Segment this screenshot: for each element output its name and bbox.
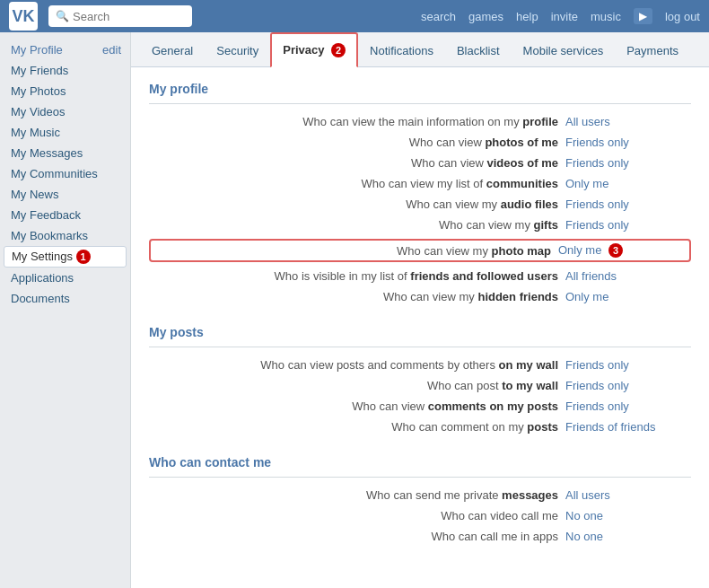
privacy-row-messages: Who can send me private messages All use… — [149, 488, 691, 502]
privacy-label-gifts: Who can view my gifts — [149, 218, 558, 232]
sidebar-item-settings[interactable]: My Settings 1 — [4, 246, 127, 268]
sidebar-item-photos[interactable]: My Photos — [0, 81, 130, 101]
section-my-profile: My profile Who can view the main informa… — [149, 82, 691, 303]
privacy-value-hidden-friends[interactable]: Only me — [565, 290, 691, 303]
privacy-row-comments-on-posts: Who can view comments on my posts Friend… — [149, 399, 691, 413]
logout-link[interactable]: log out — [665, 10, 700, 23]
tab-mobile-services[interactable]: Mobile services — [512, 34, 616, 66]
search-icon: 🔍 — [56, 10, 69, 22]
sidebar-item-applications[interactable]: Applications — [0, 268, 130, 288]
more-button[interactable]: ▶ — [634, 8, 652, 24]
tab-payments[interactable]: Payments — [615, 34, 690, 66]
nav-help[interactable]: help — [516, 10, 538, 23]
section-contact-title: Who can contact me — [149, 455, 691, 478]
search-input[interactable] — [73, 10, 185, 23]
privacy-label-main-info: Who can view the main information on my … — [149, 115, 558, 128]
privacy-row-video-call: Who can video call me No one — [149, 509, 691, 522]
nav-invite[interactable]: invite — [551, 10, 578, 23]
sidebar-item-feedback[interactable]: My Feedback — [0, 205, 130, 225]
search-box[interactable]: 🔍 — [48, 5, 192, 27]
tabs-bar: General Security Privacy 2 Notifications… — [131, 32, 709, 67]
privacy-value-wall-posts[interactable]: Friends only — [565, 358, 691, 372]
privacy-page-content: My profile Who can view the main informa… — [131, 67, 709, 579]
tab-general[interactable]: General — [140, 34, 205, 66]
privacy-row-gifts: Who can view my gifts Friends only — [149, 218, 691, 232]
privacy-value-videos[interactable]: Friends only — [565, 156, 691, 170]
header-nav: search games help invite music ▶ log out — [421, 8, 700, 24]
section-contact: Who can contact me Who can send me priva… — [149, 455, 691, 543]
sidebar-profile-header: My Profile edit — [0, 39, 130, 60]
nav-search[interactable]: search — [421, 10, 456, 23]
privacy-value-photos[interactable]: Friends only — [565, 136, 691, 149]
privacy-value-comment-on-posts[interactable]: Friends of friends — [565, 420, 691, 434]
sidebar-item-documents[interactable]: Documents — [0, 288, 130, 309]
privacy-row-comment-on-posts: Who can comment on my posts Friends of f… — [149, 420, 691, 434]
privacy-label-friends-list: Who is visible in my list of friends and… — [149, 269, 558, 283]
privacy-value-comments-on-posts[interactable]: Friends only — [565, 399, 691, 413]
privacy-value-messages[interactable]: All users — [565, 488, 691, 502]
sidebar-item-videos[interactable]: My Videos — [0, 101, 130, 122]
sidebar-edit-link[interactable]: edit — [102, 43, 121, 57]
privacy-label-messages: Who can send me private messages — [149, 488, 558, 502]
privacy-value-photo-map[interactable]: Only me 3 — [558, 243, 684, 258]
sidebar-myprofile-label[interactable]: My Profile — [11, 43, 63, 57]
privacy-label-photo-map: Who can view my photo map — [156, 244, 551, 258]
annotation-3-badge: 3 — [608, 243, 623, 258]
privacy-value-communities[interactable]: Only me — [565, 177, 691, 190]
sidebar-item-communities[interactable]: My Communities — [0, 163, 130, 184]
privacy-row-communities: Who can view my list of communities Only… — [149, 177, 691, 190]
nav-music[interactable]: music — [591, 10, 621, 23]
privacy-label-photos: Who can view photos of me — [149, 136, 558, 149]
privacy-row-main-info: Who can view the main information on my … — [149, 115, 691, 128]
privacy-label-wall-posts: Who can view posts and comments by other… — [149, 358, 558, 372]
privacy-row-hidden-friends: Who can view my hidden friends Only me — [149, 290, 691, 303]
privacy-row-photo-map: Who can view my photo map Only me 3 — [149, 239, 691, 262]
sidebar: My Profile edit My Friends My Photos My … — [0, 32, 130, 588]
privacy-row-audio: Who can view my audio files Friends only — [149, 197, 691, 211]
privacy-label-communities: Who can view my list of communities — [149, 177, 558, 190]
header: VK 🔍 search games help invite music ▶ lo… — [0, 0, 709, 32]
privacy-value-call-apps[interactable]: No one — [565, 530, 691, 543]
section-my-posts: My posts Who can view posts and comments… — [149, 325, 691, 434]
sidebar-item-music[interactable]: My Music — [0, 122, 130, 143]
sidebar-item-friends[interactable]: My Friends — [0, 60, 130, 81]
sidebar-item-messages[interactable]: My Messages — [0, 143, 130, 163]
annotation-2-badge: 2 — [331, 43, 346, 57]
privacy-value-video-call[interactable]: No one — [565, 509, 691, 522]
content-area: General Security Privacy 2 Notifications… — [130, 32, 709, 588]
privacy-value-main-info[interactable]: All users — [565, 115, 691, 128]
privacy-label-comments-on-posts: Who can view comments on my posts — [149, 399, 558, 413]
privacy-row-wall-posts: Who can view posts and comments by other… — [149, 358, 691, 372]
privacy-label-video-call: Who can video call me — [149, 509, 558, 522]
section-my-profile-title: My profile — [149, 82, 691, 104]
sidebar-item-bookmarks[interactable]: My Bookmarks — [0, 225, 130, 246]
privacy-row-call-apps: Who can call me in apps No one — [149, 530, 691, 543]
privacy-label-comment-on-posts: Who can comment on my posts — [149, 420, 558, 434]
privacy-label-post-to-wall: Who can post to my wall — [149, 379, 558, 392]
privacy-value-post-to-wall[interactable]: Friends only — [565, 379, 691, 392]
section-my-posts-title: My posts — [149, 325, 691, 347]
privacy-label-audio: Who can view my audio files — [149, 197, 558, 211]
privacy-label-videos: Who can view videos of me — [149, 156, 558, 170]
tab-security[interactable]: Security — [205, 34, 270, 66]
main-layout: My Profile edit My Friends My Photos My … — [0, 32, 709, 588]
logo-text: VK — [12, 7, 34, 26]
privacy-value-friends-list[interactable]: All friends — [565, 269, 691, 283]
tab-blacklist[interactable]: Blacklist — [445, 34, 512, 66]
annotation-1-badge: 1 — [76, 250, 91, 264]
sidebar-item-news[interactable]: My News — [0, 184, 130, 205]
nav-games[interactable]: games — [468, 10, 503, 23]
privacy-row-friends-list: Who is visible in my list of friends and… — [149, 269, 691, 283]
vk-logo[interactable]: VK — [9, 2, 38, 31]
privacy-value-audio[interactable]: Friends only — [565, 197, 691, 211]
privacy-value-gifts[interactable]: Friends only — [565, 218, 691, 232]
privacy-label-hidden-friends: Who can view my hidden friends — [149, 290, 558, 303]
tab-privacy[interactable]: Privacy 2 — [270, 32, 358, 67]
privacy-row-videos: Who can view videos of me Friends only — [149, 156, 691, 170]
privacy-label-call-apps: Who can call me in apps — [149, 530, 558, 543]
privacy-row-photos: Who can view photos of me Friends only — [149, 136, 691, 149]
privacy-row-post-to-wall: Who can post to my wall Friends only — [149, 379, 691, 392]
tab-notifications[interactable]: Notifications — [358, 34, 445, 66]
